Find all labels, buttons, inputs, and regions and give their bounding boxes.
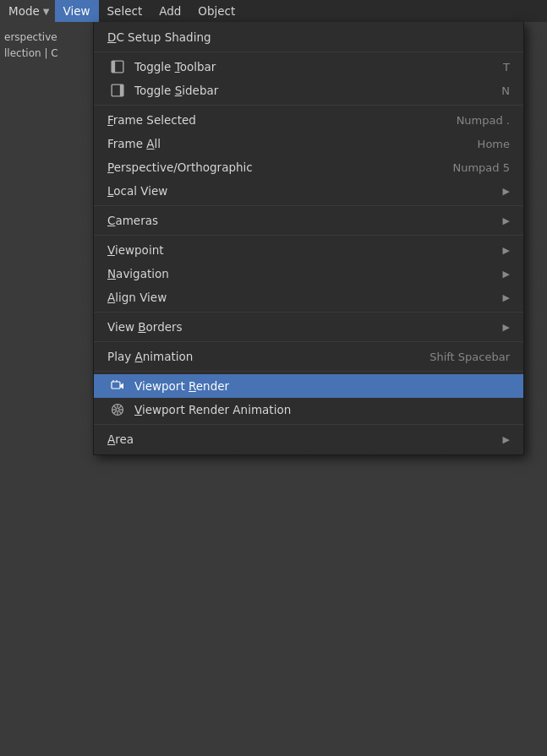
area-arrow: ▶ — [503, 434, 510, 445]
svg-line-17 — [113, 411, 116, 414]
separator-3 — [94, 205, 523, 206]
separator-5 — [94, 312, 523, 313]
navigation-arrow: ▶ — [503, 269, 510, 280]
menu-item-object[interactable]: Object — [189, 0, 243, 22]
menu-bar: Mode ▼ View Select Add Object — [0, 0, 547, 22]
menu-item-toggle-toolbar[interactable]: Toggle Toolbar T — [94, 55, 523, 79]
svg-line-16 — [119, 405, 122, 408]
menu-item-dc-setup-shading[interactable]: DC Setup Shading — [94, 25, 523, 49]
local-view-arrow: ▶ — [503, 186, 510, 197]
view-dropdown-menu: DC Setup Shading Toggle Toolbar T Toggle… — [93, 22, 524, 455]
menu-item-align-view[interactable]: Align View ▶ — [94, 286, 523, 309]
menu-item-toggle-sidebar[interactable]: Toggle Sidebar N — [94, 79, 523, 102]
viewport-labels: erspective llection | C — [4, 30, 58, 62]
menu-item-viewpoint[interactable]: Viewpoint ▶ — [94, 238, 523, 262]
align-view-arrow: ▶ — [503, 292, 510, 303]
menu-item-cameras[interactable]: Cameras ▶ — [94, 209, 523, 232]
menu-item-view-borders[interactable]: View Borders ▶ — [94, 315, 523, 339]
menu-item-navigation[interactable]: Navigation ▶ — [94, 262, 523, 286]
viewport-collection-label: llection | C — [4, 46, 58, 62]
svg-line-15 — [119, 411, 122, 414]
mode-arrow: ▼ — [43, 7, 50, 16]
cameras-arrow: ▶ — [503, 215, 510, 226]
mode-selector[interactable]: Mode ▼ — [0, 0, 55, 22]
menu-item-local-view[interactable]: Local View ▶ — [94, 179, 523, 203]
svg-line-14 — [113, 405, 116, 408]
mode-label: Mode — [8, 4, 40, 18]
separator-4 — [94, 235, 523, 236]
toggle-sidebar-icon — [107, 83, 128, 98]
menu-item-view[interactable]: View — [55, 0, 99, 22]
svg-point-9 — [116, 408, 119, 411]
separator-7 — [94, 371, 523, 372]
view-borders-arrow: ▶ — [503, 322, 510, 333]
svg-rect-1 — [112, 61, 115, 73]
separator-8 — [94, 424, 523, 425]
viewport-render-animation-icon — [107, 402, 128, 417]
menu-item-play-animation[interactable]: Play Animation Shift Spacebar — [94, 345, 523, 368]
viewpoint-arrow: ▶ — [503, 245, 510, 256]
viewport-projection-label: erspective — [4, 30, 58, 46]
svg-rect-3 — [120, 84, 123, 96]
viewport-render-icon — [107, 378, 128, 394]
svg-marker-5 — [120, 383, 123, 389]
menu-item-viewport-render[interactable]: Viewport Render — [94, 374, 523, 398]
menu-item-perspective-orthographic[interactable]: Perspective/Orthographic Numpad 5 — [94, 155, 523, 179]
svg-rect-4 — [112, 382, 120, 389]
toggle-toolbar-icon — [107, 59, 128, 74]
menu-item-viewport-render-animation[interactable]: Viewport Render Animation — [94, 398, 523, 422]
menu-item-select[interactable]: Select — [99, 0, 151, 22]
separator-1 — [94, 52, 523, 52]
menu-item-add[interactable]: Add — [150, 0, 189, 22]
separator-2 — [94, 105, 523, 106]
menu-item-frame-all[interactable]: Frame All Home — [94, 132, 523, 155]
separator-6 — [94, 341, 523, 342]
menu-item-area[interactable]: Area ▶ — [94, 427, 523, 451]
menu-item-frame-selected[interactable]: Frame Selected Numpad . — [94, 108, 523, 132]
